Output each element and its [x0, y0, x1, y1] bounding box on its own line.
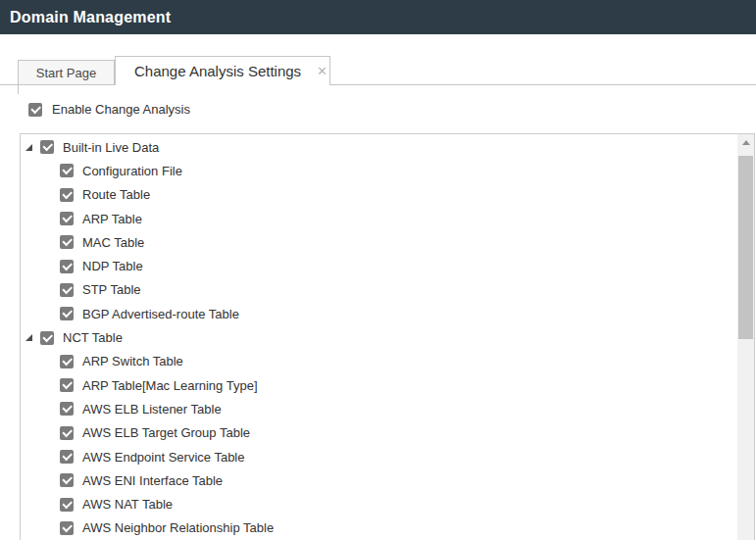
checkbox-checked-icon[interactable] — [60, 378, 74, 392]
arrow-up-icon — [742, 140, 750, 145]
checkbox-checked-icon[interactable] — [40, 140, 54, 154]
checkbox-checked-icon[interactable] — [60, 307, 74, 320]
tree-item-label: ARP Table — [82, 212, 142, 226]
checkbox-checked-icon[interactable] — [60, 426, 74, 440]
checkbox-checked-icon[interactable] — [60, 473, 74, 487]
tree-item-row[interactable]: AWS NAT Table — [21, 492, 737, 515]
tree-item-label: MAC Table — [82, 235, 144, 250]
tree-item-row[interactable]: ARP Table[Mac Learning Type] — [21, 373, 737, 397]
scrollbar-thumb[interactable] — [738, 156, 753, 339]
tree-item-row[interactable]: BGP Advertised-route Table — [21, 302, 737, 325]
tree-item-row[interactable]: MAC Table — [21, 230, 737, 254]
checkbox-checked-icon[interactable] — [60, 355, 74, 368]
tree-group-row[interactable]: Built-in Live Data — [21, 135, 737, 159]
checkbox-checked-icon[interactable] — [60, 283, 74, 297]
enable-change-analysis-label: Enable Change Analysis — [52, 102, 190, 117]
checkbox-checked-icon[interactable] — [60, 188, 74, 202]
vertical-scrollbar[interactable] — [737, 134, 754, 540]
expand-caret-icon[interactable] — [25, 334, 32, 341]
tree-group-row[interactable]: NCT Table — [21, 325, 737, 349]
tree-group-label: Built-in Live Data — [63, 140, 159, 155]
tab-label: Change Analysis Settings — [134, 63, 301, 79]
checkbox-checked-icon[interactable] — [60, 260, 74, 273]
tree-item-label: Configuration File — [82, 164, 182, 178]
tree-item-row[interactable]: Route Table — [21, 183, 737, 207]
checkbox-checked-icon[interactable] — [60, 498, 74, 512]
tree-item-label: STP Table — [82, 282, 141, 297]
tree-item-label: AWS NAT Table — [82, 497, 173, 512]
checkbox-checked-icon[interactable] — [60, 164, 74, 177]
panel-left-border — [18, 82, 19, 94]
tree-item-label: NDP Table — [82, 259, 143, 273]
tree-item-label: AWS ENI Interface Table — [82, 473, 223, 488]
checkbox-checked-icon[interactable] — [60, 212, 74, 225]
tree-item-row[interactable]: NDP Table — [21, 254, 737, 277]
tree-item-row[interactable]: AWS ELB Target Group Table — [21, 421, 737, 445]
close-tab-icon[interactable]: ✕ — [317, 65, 328, 77]
tree-item-row[interactable]: AWS ELB Listener Table — [21, 397, 737, 420]
tabstrip-bottom-border — [0, 84, 756, 85]
checkbox-checked-icon[interactable] — [60, 521, 74, 535]
tree-item-label: AWS ELB Target Group Table — [82, 425, 250, 440]
tree-item-label: Route Table — [82, 187, 150, 202]
checkbox-checked-icon[interactable] — [60, 450, 74, 464]
tree-item-row[interactable]: ARP Switch Table — [21, 350, 737, 373]
scrollbar-up-button[interactable] — [737, 134, 754, 151]
tree-item-label: AWS ELB Listener Table — [82, 402, 222, 417]
tree-item-label: AWS Neighbor Relationship Table — [82, 520, 274, 535]
tree-item-label: AWS Endpoint Service Table — [82, 450, 244, 465]
tree-item-row[interactable]: AWS Neighbor Relationship Table — [21, 516, 737, 540]
page-title: Domain Management — [0, 9, 171, 26]
tree-item-label: ARP Table[Mac Learning Type] — [82, 378, 258, 393]
tree-item-row[interactable]: AWS ENI Interface Table — [21, 468, 737, 492]
checkbox-checked-icon[interactable] — [40, 331, 54, 345]
tree-item-row[interactable]: STP Table — [21, 278, 737, 302]
tree-item-row[interactable]: AWS Endpoint Service Table — [21, 445, 737, 468]
tree-group-label: NCT Table — [63, 330, 123, 345]
checkbox-tree: Built-in Live DataConfiguration FileRout… — [21, 135, 737, 540]
tree-item-label: BGP Advertised-route Table — [82, 307, 239, 321]
titlebar: Domain Management — [0, 0, 756, 34]
data-type-tree-panel: Built-in Live DataConfiguration FileRout… — [20, 133, 755, 540]
tab-start-page[interactable]: Start Page — [18, 60, 115, 84]
checkbox-checked-icon[interactable] — [60, 235, 74, 249]
tab-label: Start Page — [36, 66, 96, 80]
tree-item-row[interactable]: ARP Table — [21, 207, 737, 230]
expand-caret-icon[interactable] — [25, 144, 32, 151]
checkbox-checked-icon[interactable] — [28, 103, 42, 117]
tree-item-row[interactable]: Configuration File — [21, 159, 737, 182]
tab-change-analysis-settings[interactable]: Change Analysis Settings ✕ — [115, 56, 330, 85]
enable-change-analysis-row[interactable]: Enable Change Analysis — [28, 102, 190, 117]
checkbox-checked-icon[interactable] — [60, 402, 74, 416]
tree-item-label: ARP Switch Table — [82, 354, 183, 368]
